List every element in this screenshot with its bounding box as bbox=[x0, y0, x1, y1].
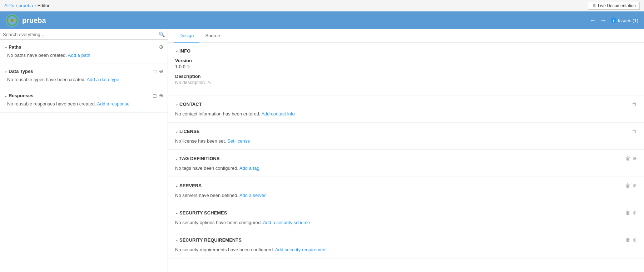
top-nav: APIs › prueba › Editor 🖥 Live Documentat… bbox=[0, 0, 644, 11]
section-license-title: ⌄ LICENSE bbox=[175, 129, 199, 134]
search-input[interactable] bbox=[3, 32, 157, 37]
add-server-link[interactable]: Add a server bbox=[239, 193, 266, 198]
responses-import-button[interactable]: ◻ bbox=[153, 93, 157, 98]
info-version-label: Version bbox=[175, 58, 637, 63]
info-description-value: No description. ✎ bbox=[175, 80, 637, 85]
add-security-scheme-link[interactable]: Add a security scheme bbox=[263, 220, 310, 225]
section-tag-definitions-header: ⌄ TAG DEFINITIONS 🗑 ⊕ bbox=[175, 155, 637, 161]
paths-add-button[interactable]: ⊕ bbox=[159, 44, 163, 50]
section-contact-title: ⌄ CONTACT bbox=[175, 102, 202, 107]
sidebar: 🔍 ⌄ Paths ⊕ No paths have been created. … bbox=[0, 29, 168, 272]
chevron-icon: ⌄ bbox=[175, 102, 178, 106]
chevron-icon: ⌄ bbox=[175, 184, 178, 188]
sidebar-section-responses-header: ⌄ Responses ◻ ⊕ bbox=[0, 91, 168, 100]
add-path-link[interactable]: Add a path bbox=[68, 53, 90, 58]
tab-source[interactable]: Source bbox=[199, 29, 226, 43]
content-area: Design Source ⌄ INFO Version 1.0.0 ✎ Des… bbox=[168, 29, 644, 272]
section-servers-header: ⌄ SERVERS 🗑 ⊕ bbox=[175, 183, 637, 188]
live-doc-label: Live Documentation bbox=[598, 3, 636, 8]
add-security-requirement-link[interactable]: Add security requirement bbox=[275, 247, 327, 252]
description-edit-icon[interactable]: ✎ bbox=[208, 80, 211, 85]
tab-design[interactable]: Design bbox=[174, 29, 199, 43]
security-schemes-add-button[interactable]: ⊕ bbox=[633, 210, 637, 216]
version-edit-icon[interactable]: ✎ bbox=[187, 64, 190, 69]
info-description-label: Description bbox=[175, 74, 637, 79]
header-bar: prueba ← → i Issues (1) bbox=[0, 11, 644, 29]
sidebar-section-responses-title: ⌄ Responses bbox=[4, 93, 33, 98]
license-empty-text: No license has been set. Set license bbox=[175, 138, 637, 144]
issues-button[interactable]: i Issues (1) bbox=[611, 18, 638, 23]
servers-empty-text: No servers have been defined. Add a serv… bbox=[175, 193, 637, 198]
servers-add-button[interactable]: ⊕ bbox=[633, 183, 637, 188]
responses-add-button[interactable]: ⊕ bbox=[159, 93, 163, 98]
tabs-bar: Design Source bbox=[168, 29, 644, 43]
section-security-schemes-title: ⌄ SECURITY SCHEMES bbox=[175, 210, 227, 216]
add-contact-link[interactable]: Add contact info bbox=[261, 111, 294, 117]
tag-definitions-add-button[interactable]: ⊕ bbox=[633, 155, 637, 161]
section-info-header: ⌄ INFO bbox=[175, 48, 637, 54]
section-contact: ⌄ CONTACT 🗑 No contact information has b… bbox=[168, 95, 644, 123]
search-button[interactable]: 🔍 bbox=[159, 31, 165, 37]
chevron-icon: ⌄ bbox=[175, 211, 178, 215]
breadcrumb-prueba[interactable]: prueba bbox=[19, 3, 33, 8]
section-security-schemes-header: ⌄ SECURITY SCHEMES 🗑 ⊕ bbox=[175, 210, 637, 216]
header-left: prueba bbox=[6, 14, 46, 27]
monitor-icon: 🖥 bbox=[592, 3, 596, 8]
section-security-schemes: ⌄ SECURITY SCHEMES 🗑 ⊕ No security optio… bbox=[168, 204, 644, 231]
data-types-add-button[interactable]: ⊕ bbox=[159, 68, 163, 74]
section-security-requirements-title: ⌄ SECURITY REQUIREMENTS bbox=[175, 237, 242, 243]
search-bar: 🔍 bbox=[0, 29, 168, 40]
logo-icon bbox=[6, 14, 19, 27]
sidebar-section-responses: ⌄ Responses ◻ ⊕ No reusable responses ha… bbox=[0, 88, 168, 113]
top-nav-right: 🖥 Live Documentation bbox=[588, 2, 640, 10]
security-schemes-empty-text: No security options have been configured… bbox=[175, 220, 637, 225]
chevron-icon: ⌄ bbox=[175, 49, 178, 53]
add-tag-link[interactable]: Add a tag bbox=[239, 165, 259, 171]
main-layout: 🔍 ⌄ Paths ⊕ No paths have been created. … bbox=[0, 29, 644, 272]
sidebar-section-paths: ⌄ Paths ⊕ No paths have been created. Ad… bbox=[0, 40, 168, 64]
breadcrumb-apis[interactable]: APIs bbox=[4, 3, 14, 8]
security-requirements-delete-button[interactable]: 🗑 bbox=[625, 237, 630, 243]
tag-definitions-delete-button[interactable]: 🗑 bbox=[625, 155, 630, 161]
sidebar-section-data-types-header: ⌄ Data Types ◻ ⊕ bbox=[0, 67, 168, 75]
section-tag-definitions-title: ⌄ TAG DEFINITIONS bbox=[175, 156, 219, 161]
license-delete-button[interactable]: 🗑 bbox=[632, 128, 637, 134]
chevron-icon: ⌄ bbox=[4, 45, 7, 49]
security-schemes-delete-button[interactable]: 🗑 bbox=[625, 210, 630, 216]
chevron-icon: ⌄ bbox=[175, 238, 178, 242]
section-info: ⌄ INFO Version 1.0.0 ✎ Description No de… bbox=[168, 43, 644, 95]
paths-empty-text: No paths have been created. Add a path bbox=[0, 51, 168, 61]
info-version-value: 1.0.0 ✎ bbox=[175, 64, 637, 69]
security-requirements-add-button[interactable]: ⊕ bbox=[633, 237, 637, 243]
section-info-title: ⌄ INFO bbox=[175, 48, 190, 54]
svg-point-2 bbox=[11, 19, 14, 22]
chevron-icon: ⌄ bbox=[175, 157, 178, 160]
breadcrumb-editor: Editor bbox=[38, 3, 50, 8]
add-data-type-link[interactable]: Add a data type bbox=[87, 77, 119, 82]
header-right: ← → i Issues (1) bbox=[589, 17, 638, 24]
back-button[interactable]: ← bbox=[589, 17, 596, 24]
forward-button[interactable]: → bbox=[600, 17, 606, 24]
section-license: ⌄ LICENSE 🗑 No license has been set. Set… bbox=[168, 123, 644, 150]
servers-delete-button[interactable]: 🗑 bbox=[625, 183, 630, 188]
responses-empty-text: No reusable responses have been created.… bbox=[0, 100, 168, 109]
live-documentation-button[interactable]: 🖥 Live Documentation bbox=[588, 2, 640, 10]
section-license-header: ⌄ LICENSE 🗑 bbox=[175, 128, 637, 134]
data-types-import-button[interactable]: ◻ bbox=[153, 68, 157, 74]
sidebar-section-paths-title: ⌄ Paths bbox=[4, 44, 21, 50]
sidebar-section-data-types-title: ⌄ Data Types bbox=[4, 69, 33, 74]
set-license-link[interactable]: Set license bbox=[227, 138, 250, 144]
data-types-empty-text: No reusable types have been created. Add… bbox=[0, 75, 168, 85]
section-contact-header: ⌄ CONTACT 🗑 bbox=[175, 101, 637, 107]
sidebar-section-paths-header: ⌄ Paths ⊕ bbox=[0, 43, 168, 51]
section-tag-definitions: ⌄ TAG DEFINITIONS 🗑 ⊕ No tags have been … bbox=[168, 150, 644, 177]
section-security-requirements-header: ⌄ SECURITY REQUIREMENTS 🗑 ⊕ bbox=[175, 237, 637, 243]
section-security-requirements: ⌄ SECURITY REQUIREMENTS 🗑 ⊕ No security … bbox=[168, 231, 644, 258]
chevron-icon: ⌄ bbox=[175, 129, 178, 133]
breadcrumb: APIs › prueba › Editor bbox=[4, 3, 50, 8]
add-response-link[interactable]: Add a response bbox=[97, 101, 130, 107]
issues-icon: i bbox=[611, 18, 616, 23]
contact-empty-text: No contact information has been entered.… bbox=[175, 111, 637, 117]
sidebar-section-data-types: ⌄ Data Types ◻ ⊕ No reusable types have … bbox=[0, 64, 168, 88]
contact-delete-button[interactable]: 🗑 bbox=[632, 101, 637, 107]
